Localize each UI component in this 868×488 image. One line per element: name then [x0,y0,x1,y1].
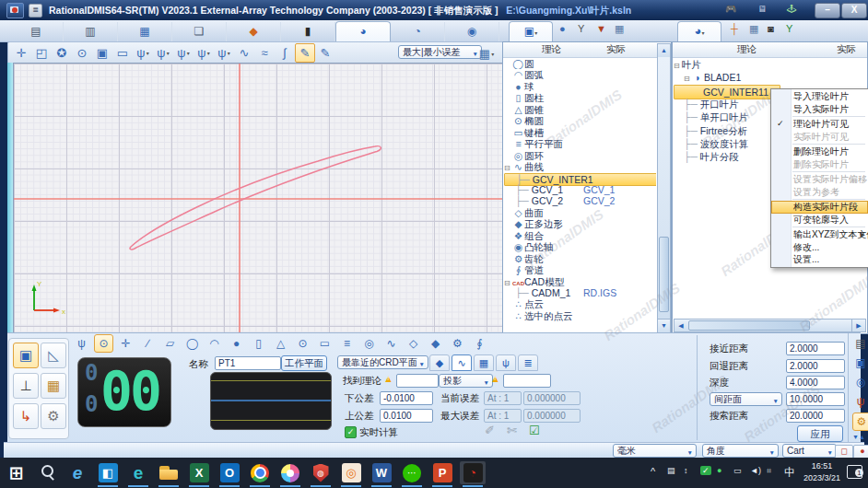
lower-tol-input[interactable] [380,391,433,405]
taskbar-internet-explorer-icon[interactable]: e [65,461,90,484]
menu-item-设置[interactable]: 设置... [771,253,868,266]
blade-sphere-menu-icon[interactable]: ◕▾ [677,21,721,42]
probe-view-tab[interactable]: ◆ [429,354,450,371]
menu-item-修改[interactable]: 修改... [771,241,868,254]
sphere-icon[interactable]: ● [227,334,246,353]
visibility-eye-icon[interactable]: ⊙ [72,43,92,63]
theory-column-header[interactable]: 理论 [542,43,561,56]
tree-item-CADM_1[interactable]: ├─ CADM_1RD.IGS [504,287,655,298]
axis-triad-button[interactable]: ↳ [13,403,39,429]
tree-item-管道[interactable]: ∮管道 [504,264,655,275]
app-tab-program-tab[interactable]: ▥ [64,22,118,41]
taskbar-file-explorer-icon[interactable] [156,461,182,484]
plane-select[interactable]: 最靠近的CRD平面 [337,355,428,369]
tree-item-组合[interactable]: ❖组合 [504,230,655,241]
blade-tree-item-叶片[interactable]: ⊟叶片 [674,58,858,71]
probe-head-button[interactable]: ⊥ [13,373,39,399]
point-icon[interactable]: ⊙ [94,334,113,353]
search-input[interactable] [786,409,845,423]
realtime-checkbox[interactable]: ✓ [345,426,357,438]
coord-select[interactable]: Cart [782,444,837,458]
form-list-icon[interactable]: ≣ [29,4,42,17]
taskbar-wechat-icon[interactable]: ⋯ [399,461,425,484]
actual-column-header[interactable]: 实际 [606,43,626,56]
menu-item-导入理论叶片[interactable]: 导入理论叶片 [771,90,868,103]
theory-column-header[interactable]: 理论 [737,43,757,56]
clear-points-icon[interactable]: ✄ [507,424,517,437]
torus-icon[interactable]: ◎ [359,334,379,353]
line-icon[interactable]: ∕ [138,334,158,353]
units-select[interactable]: 毫米 [613,444,697,458]
approach-input[interactable] [786,342,845,355]
probe-icon[interactable]: ψ [852,393,868,410]
middle-grid-table-icon[interactable]: ▦ [615,23,624,35]
scan-view-tab[interactable]: ψ [496,354,516,371]
draw-pen-icon[interactable]: ✎ [315,43,335,63]
tree-item-平行平面[interactable]: ≡平行平面 [504,138,655,149]
taskbar-chrome-icon[interactable] [247,461,273,484]
find-theory-input[interactable] [396,374,439,388]
dock-field-icon[interactable]: ▭ [112,43,133,63]
app-tab-simulate-tab[interactable]: ❏ [172,22,227,41]
tree-item-正多边形[interactable]: ◆正多边形 [504,218,655,229]
tray-wechat-tray-icon[interactable]: ● [717,466,721,475]
close-button[interactable]: X [841,3,867,18]
middle-sphere-icon[interactable]: ● [559,23,566,34]
taskbar-comm-app-icon[interactable]: ◧ [95,461,121,484]
cad-box-menu-icon[interactable]: ▣▾ [509,21,553,42]
crate-box-button[interactable]: ▦ [41,373,66,399]
vector-point-icon[interactable]: ✛ [116,334,135,353]
zoom-window-icon[interactable]: ◰ [31,43,52,63]
parallel-planes-icon[interactable]: ≡ [337,334,357,353]
horizontal-scrollbar[interactable] [686,319,851,332]
gear-settings-icon[interactable]: ⚙ [852,412,868,431]
scroll-up-button[interactable]: ▲ [657,43,671,58]
solid-cube-icon[interactable]: ▣ [852,354,868,371]
menu-item-删除理论叶片[interactable]: 删除理论叶片 [771,145,868,158]
app-tab-cad-tab[interactable]: ◆ [227,22,281,41]
graphics-viewport[interactable]: Y x [13,63,504,334]
edit-report-icon[interactable]: ✐ [485,424,495,437]
depth-input[interactable] [786,376,845,389]
caliper-tool-button[interactable]: ◺ [41,343,66,368]
menu-item-可变轮廓导入[interactable]: 可变轮廓导入 [771,214,868,227]
taskbar-powerpoint-icon[interactable]: P [429,461,455,484]
scan-curve-icon[interactable]: ∿ [234,43,254,63]
tree-item-CAD模型[interactable]: ⊟CADCAD模型 [504,276,655,287]
tree-item-圆柱[interactable]: ▯圆柱 [504,92,655,103]
blade-tree-item-BLADE1[interactable]: ⊟◗BLADE1 [674,71,858,84]
tree-item-选中的点云[interactable]: ∴选中的点云 [504,310,655,321]
chart-view-tab[interactable]: ∿ [452,354,472,371]
menu-item-输出XYZ到文本文件[interactable]: 输出XYZ到文本文件▶ [771,228,868,241]
vertical-scrollbar[interactable] [657,57,671,319]
tray-network-icon[interactable]: ⌗ [767,466,771,476]
ellipse-icon[interactable]: ⊙ [293,334,312,353]
machine-setup-button[interactable]: ⚙ [41,403,66,429]
tree-item-键槽[interactable]: ▭键槽 [504,127,655,138]
probe-cube-button[interactable]: ▣ [13,343,39,368]
strip-collapse-icon[interactable]: ▼▲ [852,434,865,440]
grid-options-icon[interactable]: ▦▾ [476,44,497,64]
minimize-button[interactable]: – [815,3,840,18]
scroll-down-button[interactable]: ▼ [657,319,671,333]
surface-icon[interactable]: ◇ [404,334,423,353]
slot-icon[interactable]: ▭ [315,334,334,353]
circle-icon[interactable]: ◯ [182,334,202,353]
cone-icon[interactable]: △ [271,334,290,353]
tree-item-凸轮轴[interactable]: ◉凸轮轴 [504,241,655,252]
apply-button[interactable]: 应用 [797,425,843,442]
taskbar-outlook-icon[interactable]: O [217,461,242,484]
app-tab-blade-tab[interactable]: ◕ [335,21,391,41]
tree-item-GCV_2[interactable]: ├─ GCV_2GCV_2 [504,195,655,206]
probe-angle-icon[interactable]: ψ▾ [153,43,173,63]
scroll-right-button[interactable]: ▶ [851,319,866,332]
workplane-button[interactable]: 工作平面 [281,355,327,371]
app-tab-probe-tab[interactable]: ▮ [281,22,335,41]
projection-input[interactable] [503,374,551,388]
curve-icon[interactable]: ∿ [381,334,401,353]
taskbar-paint-icon[interactable] [277,461,303,484]
tree-item-圆弧[interactable]: ◠圆弧 [504,69,655,80]
touch-probe-icon[interactable]: ψ [72,334,91,353]
tree-item-GCV_1[interactable]: ├─ GCV_1GCV_1 [504,184,655,195]
tray-battery-icon[interactable]: ▭ [733,466,742,475]
